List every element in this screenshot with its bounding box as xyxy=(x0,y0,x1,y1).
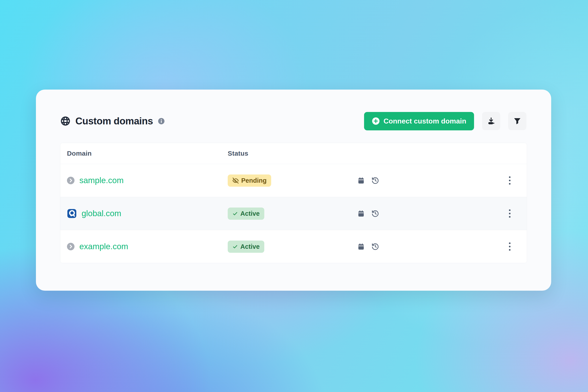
globe-icon xyxy=(60,116,70,126)
custom-domains-card: Custom domains Connect custom xyxy=(36,90,551,291)
card-header: Custom domains Connect custom xyxy=(60,112,526,130)
chevron-circle-icon xyxy=(67,177,74,184)
kebab-menu-icon[interactable] xyxy=(505,174,514,187)
domain-cell: global.com xyxy=(67,209,228,218)
column-header-domain: Domain xyxy=(67,150,228,157)
status-cell: Active xyxy=(228,208,356,220)
status-cell: Active xyxy=(228,240,356,253)
row-actions xyxy=(356,210,493,218)
eye-off-icon xyxy=(232,178,239,184)
domain-link[interactable]: sample.com xyxy=(80,176,124,185)
kebab-menu-icon[interactable] xyxy=(505,207,514,220)
calendar-icon[interactable] xyxy=(358,177,365,184)
status-cell: Pending xyxy=(228,174,356,187)
filter-button[interactable] xyxy=(508,112,526,130)
table-row: sample.com Pending xyxy=(60,164,527,197)
status-label: Active xyxy=(240,243,260,250)
page-title: Custom domains xyxy=(76,116,153,126)
download-icon xyxy=(487,117,495,125)
chevron-circle-icon xyxy=(67,243,74,250)
check-icon xyxy=(232,211,238,216)
calendar-icon[interactable] xyxy=(358,243,365,250)
table-row: global.com Active xyxy=(60,197,527,230)
connect-button-label: Connect custom domain xyxy=(384,117,466,125)
info-icon[interactable] xyxy=(158,118,165,124)
check-icon xyxy=(232,244,238,250)
filter-icon xyxy=(514,117,521,125)
connect-custom-domain-button[interactable]: Connect custom domain xyxy=(364,112,474,130)
domain-link[interactable]: example.com xyxy=(80,242,128,251)
table-row: example.com Active xyxy=(60,230,527,263)
domain-link[interactable]: global.com xyxy=(82,209,121,218)
history-icon[interactable] xyxy=(372,210,379,218)
calendar-icon[interactable] xyxy=(358,210,365,217)
status-badge: Active xyxy=(228,240,264,253)
menu-cell xyxy=(493,207,527,220)
row-actions xyxy=(356,243,493,250)
menu-cell xyxy=(493,174,527,187)
domain-cell: example.com xyxy=(67,242,228,251)
status-badge: Active xyxy=(228,208,264,220)
plus-circle-icon xyxy=(372,117,380,125)
column-header-status: Status xyxy=(228,150,356,157)
status-label: Active xyxy=(240,210,260,217)
kebab-menu-icon[interactable] xyxy=(505,240,514,253)
status-badge: Pending xyxy=(228,174,271,187)
domains-table: Domain Status sample.com xyxy=(60,143,527,263)
history-icon[interactable] xyxy=(372,177,379,184)
table-header-row: Domain Status xyxy=(60,143,527,164)
menu-cell xyxy=(493,240,527,253)
header-actions: Connect custom domain xyxy=(364,112,526,130)
history-icon[interactable] xyxy=(372,243,379,250)
domain-cell: sample.com xyxy=(67,176,228,185)
site-favicon-icon xyxy=(67,209,77,218)
export-button[interactable] xyxy=(482,112,500,130)
row-actions xyxy=(356,177,493,184)
title-wrap: Custom domains xyxy=(60,116,165,126)
status-label: Pending xyxy=(241,177,266,184)
